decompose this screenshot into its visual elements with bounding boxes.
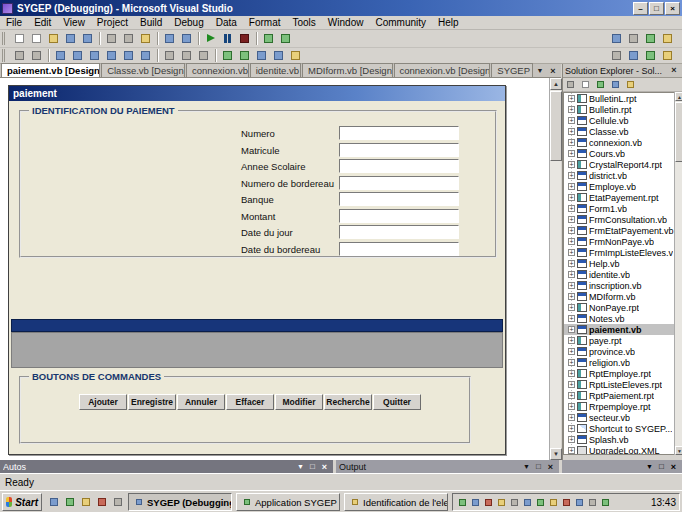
stop-debugging-icon[interactable] [237, 31, 252, 46]
align-tops-icon[interactable] [104, 48, 119, 63]
solution-explorer-item[interactable]: FrmImpListeEleves.v [564, 247, 674, 258]
active-files-dropdown-icon[interactable] [534, 66, 546, 77]
options-icon[interactable] [660, 48, 675, 63]
save-icon[interactable] [63, 31, 78, 46]
toolbox-icon[interactable] [660, 31, 675, 46]
send-to-back-icon[interactable] [29, 48, 44, 63]
annee-scolaire-input[interactable] [339, 159, 459, 173]
horizontal-spacing-icon[interactable] [220, 48, 235, 63]
step-over-icon[interactable] [278, 31, 293, 46]
view-designer-icon[interactable] [643, 48, 658, 63]
undo-icon[interactable] [162, 31, 177, 46]
scroll-up-icon[interactable] [675, 92, 682, 101]
solution-explorer-item[interactable]: Notes.vb [564, 313, 674, 324]
form-designer-surface[interactable]: paiement IDENTIFICATION DU PAIEMENT Nume… [0, 78, 549, 460]
solution-explorer-item[interactable]: RptPaiement.rpt [564, 390, 674, 401]
object-browser-icon[interactable] [643, 31, 658, 46]
tree-expand-icon[interactable] [568, 95, 575, 102]
tree-expand-icon[interactable] [568, 249, 575, 256]
banque-input[interactable] [339, 192, 459, 206]
solution-explorer-item[interactable]: EtatPayement.rpt [564, 192, 674, 203]
tree-expand-icon[interactable] [568, 139, 575, 146]
tree-expand-icon[interactable] [568, 381, 575, 388]
tree-expand-icon[interactable] [568, 172, 575, 179]
toolbar-grip[interactable] [2, 32, 7, 45]
tree-expand-icon[interactable] [568, 348, 575, 355]
align-bottoms-icon[interactable] [138, 48, 153, 63]
datagrid-body[interactable] [11, 332, 503, 368]
solution-explorer-header[interactable]: Solution Explorer - Sol... [563, 64, 682, 78]
tree-expand-icon[interactable] [568, 414, 575, 421]
tray-icon[interactable] [482, 496, 495, 509]
align-lefts-icon[interactable] [53, 48, 68, 63]
tray-icon[interactable] [534, 496, 547, 509]
tree-expand-icon[interactable] [568, 150, 575, 157]
menu-community[interactable]: Community [369, 16, 432, 30]
output-panel-bar[interactable]: Output [336, 460, 559, 473]
close-panel-icon[interactable] [545, 462, 556, 472]
scroll-down-icon[interactable] [550, 448, 562, 460]
scroll-up-icon[interactable] [550, 78, 562, 90]
taskbar-button-application-sygep[interactable]: Application SYGEP [236, 493, 340, 511]
effacer-button[interactable]: Effacer [226, 394, 274, 410]
center-vertical-icon[interactable] [271, 48, 286, 63]
paiement-form[interactable]: paiement IDENTIFICATION DU PAIEMENT Nume… [8, 85, 506, 455]
solution-explorer-item[interactable]: connexion.vb [564, 137, 674, 148]
close-icon[interactable] [665, 2, 680, 15]
solution-explorer-item[interactable]: Shortcut to SYGEP... [564, 423, 674, 434]
tree-expand-icon[interactable] [568, 238, 575, 245]
show-all-files-icon[interactable] [579, 78, 592, 91]
form-caption[interactable]: paiement [9, 86, 505, 101]
tray-icon[interactable] [586, 496, 599, 509]
properties-icon[interactable] [564, 78, 577, 91]
scroll-down-icon[interactable] [675, 446, 682, 455]
menu-data[interactable]: Data [210, 16, 243, 30]
close-panel-icon[interactable] [668, 462, 679, 472]
properties-window-icon[interactable] [626, 31, 641, 46]
refresh-icon[interactable] [594, 78, 607, 91]
solution-explorer-item[interactable]: district.vb [564, 170, 674, 181]
tray-icon[interactable] [469, 496, 482, 509]
annuler-button[interactable]: Annuler [177, 394, 225, 410]
tray-icon[interactable] [456, 496, 469, 509]
maximize-panel-icon[interactable] [533, 462, 544, 472]
bring-to-front-icon[interactable] [12, 48, 27, 63]
menu-help[interactable]: Help [432, 16, 465, 30]
menu-format[interactable]: Format [243, 16, 287, 30]
tree-expand-icon[interactable] [568, 370, 575, 377]
tree-expand-icon[interactable] [568, 106, 575, 113]
view-code-icon[interactable] [626, 48, 641, 63]
side-panel-bar[interactable] [562, 460, 682, 473]
solution-explorer-item[interactable]: NonPaye.rpt [564, 302, 674, 313]
solution-explorer-item[interactable]: Form1.vb [564, 203, 674, 214]
make-same-height-icon[interactable] [196, 48, 211, 63]
tree-expand-icon[interactable] [568, 183, 575, 190]
tab-order-icon[interactable] [288, 48, 303, 63]
window-position-icon[interactable] [521, 462, 532, 472]
menu-tools[interactable]: Tools [287, 16, 322, 30]
align-middles-icon[interactable] [121, 48, 136, 63]
tree-expand-icon[interactable] [568, 436, 575, 443]
solution-explorer-item[interactable]: Cellule.vb [564, 115, 674, 126]
solution-explorer-icon[interactable] [609, 31, 624, 46]
solution-explorer-scrollbar[interactable] [674, 92, 682, 455]
tab-sygep[interactable]: SYGEP [491, 63, 533, 77]
tree-expand-icon[interactable] [568, 271, 575, 278]
tree-expand-icon[interactable] [568, 425, 575, 432]
tray-icon[interactable] [560, 496, 573, 509]
scrollbar-thumb[interactable] [550, 91, 562, 161]
explorer-icon[interactable] [111, 495, 125, 509]
vertical-spacing-icon[interactable] [237, 48, 252, 63]
tree-expand-icon[interactable] [568, 392, 575, 399]
document-scrollbar[interactable] [549, 78, 561, 460]
make-same-size-icon[interactable] [179, 48, 194, 63]
tree-expand-icon[interactable] [568, 293, 575, 300]
tree-expand-icon[interactable] [568, 326, 575, 333]
tree-expand-icon[interactable] [568, 117, 575, 124]
maximize-panel-icon[interactable] [656, 462, 667, 472]
tray-icon[interactable] [547, 496, 560, 509]
solution-explorer-item[interactable]: Bulletin.rpt [564, 104, 674, 115]
solution-explorer-item-selected[interactable]: paiement.vb [564, 324, 674, 335]
tray-icon[interactable] [521, 496, 534, 509]
numero-bordereau-input[interactable] [339, 176, 459, 190]
